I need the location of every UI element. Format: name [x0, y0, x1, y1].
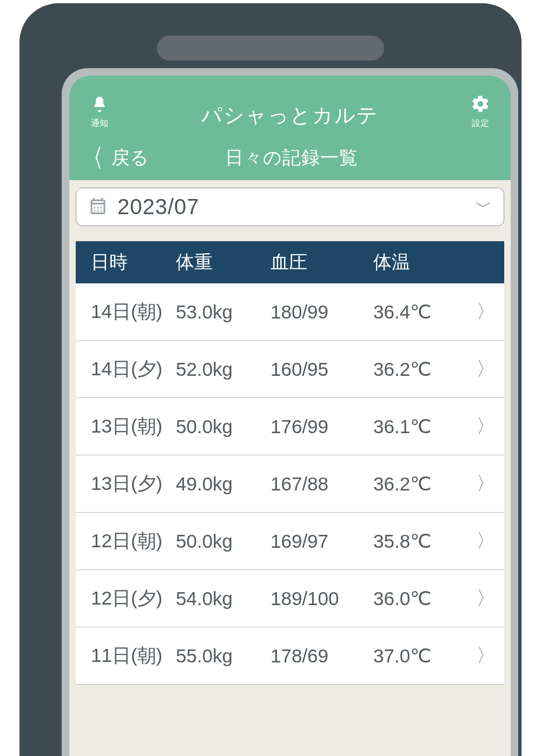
table-row[interactable]: 12日(朝)50.0kg169/9735.8℃〉 [76, 513, 504, 570]
table-row[interactable]: 14日(朝)53.0kg180/9936.4℃〉 [76, 283, 504, 341]
table-row[interactable]: 13日(朝)50.0kg176/9936.1℃〉 [76, 398, 504, 455]
cell-temp: 36.0℃ [373, 588, 460, 609]
header: 通知 パシャっとカルテ 設定 [69, 76, 511, 180]
records-table: 日時 体重 血圧 体温 14日(朝)53.0kg180/9936.4℃〉14日(… [76, 241, 504, 685]
settings-label: 設定 [472, 118, 489, 129]
cell-date: 13日(朝) [76, 414, 176, 439]
svg-point-4 [97, 210, 99, 211]
table-body: 14日(朝)53.0kg180/9936.4℃〉14日(夕)52.0kg160/… [76, 283, 504, 685]
chevron-right-icon: 〉 [460, 642, 504, 669]
page-subtitle: 日々の記録一覧 [84, 145, 499, 170]
cell-date: 12日(夕) [76, 586, 176, 611]
cell-bp: 178/69 [270, 645, 373, 667]
cell-bp: 180/99 [270, 301, 373, 323]
cell-bp: 169/97 [270, 530, 373, 552]
cell-weight: 50.0kg [176, 416, 270, 437]
chevron-right-icon: 〉 [460, 413, 504, 440]
col-bp: 血圧 [270, 250, 373, 275]
cell-temp: 36.2℃ [373, 473, 460, 495]
cell-weight: 55.0kg [176, 645, 270, 667]
chevron-right-icon: 〉 [460, 528, 504, 554]
svg-point-2 [101, 207, 102, 208]
col-date: 日時 [76, 250, 176, 275]
cell-date: 13日(夕) [76, 471, 176, 496]
chevron-down-icon: ﹀ [476, 196, 492, 218]
date-value: 2023/07 [117, 195, 466, 219]
chevron-right-icon: 〉 [460, 356, 504, 382]
cell-temp: 37.0℃ [373, 645, 460, 667]
svg-point-0 [94, 207, 96, 208]
cell-weight: 49.0kg [176, 473, 270, 495]
screen: 通知 パシャっとカルテ 設定 [69, 76, 511, 756]
col-weight: 体重 [176, 250, 270, 275]
date-picker[interactable]: 2023/07 ﹀ [76, 188, 504, 226]
app-title: パシャっとカルテ [118, 102, 462, 129]
cell-temp: 36.2℃ [373, 359, 460, 380]
phone-notch [157, 36, 384, 61]
cell-temp: 36.4℃ [373, 301, 460, 323]
header-row2: 〈 戻る 日々の記録一覧 [81, 145, 499, 170]
cell-date: 11日(朝) [76, 643, 176, 668]
cell-date: 14日(朝) [76, 299, 176, 324]
calendar-icon [88, 196, 108, 218]
chevron-right-icon: 〉 [460, 299, 504, 325]
cell-weight: 53.0kg [176, 301, 270, 323]
cell-bp: 176/99 [270, 416, 373, 437]
phone-frame: 通知 パシャっとカルテ 設定 [19, 3, 522, 756]
table-row[interactable]: 11日(朝)55.0kg178/6937.0℃〉 [76, 627, 504, 685]
svg-point-5 [101, 210, 102, 211]
header-top: 通知 パシャっとカルテ 設定 [81, 94, 499, 129]
table-row[interactable]: 12日(夕)54.0kg189/10036.0℃〉 [76, 570, 504, 627]
cell-weight: 52.0kg [176, 359, 270, 380]
cell-bp: 167/88 [270, 473, 373, 495]
stage: 通知 パシャっとカルテ 設定 [0, 0, 541, 756]
cell-weight: 50.0kg [176, 530, 270, 552]
col-temp: 体温 [373, 250, 460, 275]
table-row[interactable]: 14日(夕)52.0kg160/9536.2℃〉 [76, 341, 504, 398]
cell-date: 14日(夕) [76, 356, 176, 382]
settings-button[interactable]: 設定 [462, 94, 499, 129]
svg-point-3 [94, 210, 96, 211]
cell-date: 12日(朝) [76, 528, 176, 554]
cell-bp: 160/95 [270, 359, 373, 380]
chevron-right-icon: 〉 [460, 585, 504, 612]
cell-temp: 35.8℃ [373, 530, 460, 552]
table-header: 日時 体重 血圧 体温 [76, 241, 504, 283]
bell-icon [90, 95, 109, 116]
table-row[interactable]: 13日(夕)49.0kg167/8836.2℃〉 [76, 455, 504, 513]
notify-button[interactable]: 通知 [81, 95, 118, 129]
chevron-left-icon: 〈 [85, 145, 102, 170]
svg-point-1 [97, 207, 99, 208]
phone-inner-frame: 通知 パシャっとカルテ 設定 [62, 68, 518, 756]
chevron-right-icon: 〉 [460, 470, 504, 497]
gear-icon [471, 94, 490, 116]
app-title-wrap: パシャっとカルテ [118, 102, 462, 129]
cell-temp: 36.1℃ [373, 416, 460, 437]
cell-bp: 189/100 [270, 588, 373, 609]
notify-label: 通知 [91, 118, 108, 129]
date-picker-area: 2023/07 ﹀ [69, 180, 511, 231]
cell-weight: 54.0kg [176, 588, 270, 609]
